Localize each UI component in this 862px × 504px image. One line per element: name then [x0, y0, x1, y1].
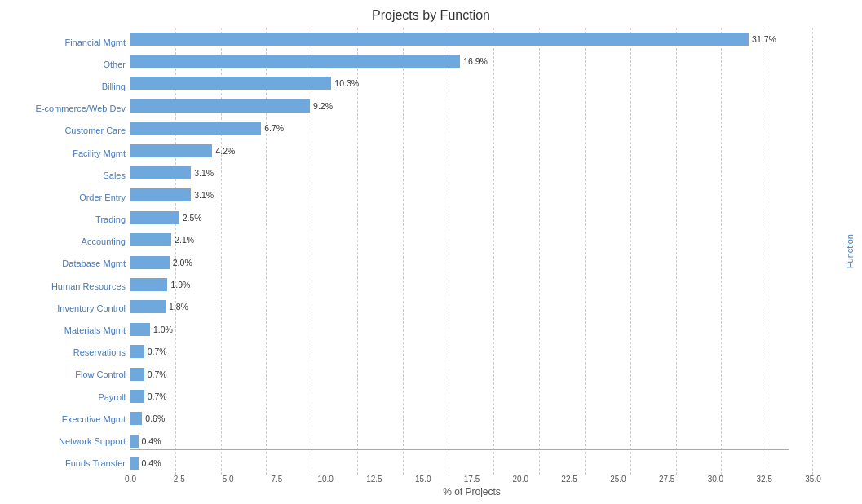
bar-row: 0.4% — [130, 431, 813, 452]
bar-row: 0.4% — [130, 453, 813, 474]
y-label: Payroll — [98, 387, 126, 408]
bar-value-label: 0.7% — [148, 391, 167, 401]
bar — [130, 166, 191, 179]
bar-value-label: 2.0% — [173, 258, 192, 267]
y-label: Executive Mgmt — [62, 409, 126, 430]
bar-row: 1.9% — [130, 274, 813, 295]
y-axis-title: Function — [845, 234, 855, 268]
bar-value-label: 1.0% — [153, 325, 173, 334]
bar — [130, 33, 749, 46]
y-label: Materials Mgmt — [64, 320, 126, 341]
bar — [130, 77, 331, 90]
y-label: Inventory Control — [57, 298, 126, 319]
x-tick-label: 32.5 — [757, 475, 772, 484]
y-label: Human Resources — [51, 276, 126, 297]
bar-row: 1.0% — [130, 319, 813, 340]
bar-row: 3.1% — [130, 162, 813, 183]
bars-container: 31.7%16.9%10.3%9.2%6.7%4.2%3.1%3.1%2.5%2… — [130, 28, 813, 475]
y-label: Billing — [102, 76, 126, 97]
x-tick-label: 25.0 — [610, 475, 626, 484]
bar-row: 0.7% — [130, 364, 813, 385]
bar-row: 2.0% — [130, 252, 813, 273]
bar — [130, 300, 166, 313]
chart-container: Projects by Function Financial MgmtOther… — [0, 0, 862, 504]
bar-row: 4.2% — [130, 140, 813, 161]
y-label: Funds Transfer — [65, 453, 126, 474]
chart-title: Projects by Function — [0, 0, 862, 28]
x-tick-label: 0.0 — [125, 475, 136, 484]
bar-row: 0.6% — [130, 408, 813, 429]
bar — [130, 211, 179, 224]
bar-value-label: 1.8% — [169, 302, 188, 312]
bar-row: 2.1% — [130, 229, 813, 250]
x-tick-label: 10.0 — [317, 475, 333, 484]
bar — [130, 390, 144, 403]
x-tick-label: 7.5 — [271, 475, 282, 484]
bar — [130, 233, 171, 246]
bar-row: 16.9% — [130, 51, 813, 72]
bar — [130, 144, 212, 157]
x-tick-label: 35.0 — [805, 475, 820, 484]
x-axis-title: % of Projects — [130, 486, 813, 497]
x-tick-label: 22.5 — [561, 475, 577, 484]
bar — [130, 457, 139, 470]
bar-row: 6.7% — [130, 117, 813, 139]
bar — [130, 188, 191, 201]
bar-row: 1.8% — [130, 296, 813, 317]
x-axis-line — [130, 449, 789, 450]
bar — [130, 256, 170, 269]
x-tick-label: 20.0 — [513, 475, 528, 484]
y-axis-labels: Financial MgmtOtherBillingE-commerce/Web… — [0, 28, 130, 499]
bar — [130, 345, 144, 358]
x-tick-label: 27.5 — [659, 475, 674, 484]
bar — [130, 55, 460, 68]
bar — [130, 412, 142, 425]
x-tick-label: 17.5 — [464, 475, 480, 484]
y-label: Flow Control — [75, 364, 126, 385]
bar-value-label: 16.9% — [463, 56, 488, 66]
y-label: Trading — [95, 209, 126, 230]
y-label: Facility Mgmt — [73, 143, 126, 164]
bar — [130, 323, 150, 336]
y-label: Accounting — [82, 231, 126, 252]
chart-area: Financial MgmtOtherBillingE-commerce/Web… — [0, 28, 862, 499]
bar-value-label: 6.7% — [264, 123, 284, 133]
x-tick-label: 12.5 — [366, 475, 382, 484]
bar-value-label: 0.4% — [142, 436, 161, 446]
bar-row: 0.7% — [130, 341, 813, 362]
bar-row: 3.1% — [130, 184, 813, 206]
bar-value-label: 2.5% — [183, 213, 202, 223]
bar — [130, 99, 310, 113]
y-label: Financial Mgmt — [64, 32, 126, 53]
right-label: Function — [838, 28, 862, 499]
y-label: Reservations — [73, 342, 126, 363]
bar-row: 0.7% — [130, 386, 813, 407]
bar — [130, 122, 261, 135]
y-label: Network Support — [59, 431, 126, 452]
bar-value-label: 9.2% — [313, 101, 333, 111]
plot-area: 31.7%16.9%10.3%9.2%6.7%4.2%3.1%3.1%2.5%2… — [130, 28, 838, 499]
bar-value-label: 4.2% — [215, 146, 235, 156]
bar-value-label: 0.7% — [148, 369, 167, 379]
y-label: E-commerce/Web Dev — [36, 98, 126, 119]
bar-value-label: 31.7% — [752, 34, 776, 44]
grid-and-bars: 31.7%16.9%10.3%9.2%6.7%4.2%3.1%3.1%2.5%2… — [130, 28, 813, 475]
bar — [130, 435, 139, 448]
bar-row: 2.5% — [130, 207, 813, 228]
bar-value-label: 3.1% — [194, 168, 214, 178]
bar-value-label: 0.7% — [148, 347, 167, 356]
y-label: Other — [103, 54, 126, 75]
x-tick-label: 15.0 — [415, 475, 431, 484]
bar — [130, 368, 144, 381]
y-label: Sales — [103, 165, 126, 186]
x-tick-label: 2.5 — [174, 475, 185, 484]
bar-value-label: 1.9% — [170, 280, 190, 290]
bar-row: 9.2% — [130, 95, 813, 117]
y-label: Database Mgmt — [62, 253, 126, 274]
bar-value-label: 10.3% — [334, 78, 359, 88]
bar — [130, 278, 167, 291]
bar-value-label: 0.4% — [142, 458, 161, 468]
x-tick-label: 5.0 — [223, 475, 234, 484]
bar-value-label: 0.6% — [145, 413, 165, 423]
bar-value-label: 2.1% — [175, 235, 194, 245]
